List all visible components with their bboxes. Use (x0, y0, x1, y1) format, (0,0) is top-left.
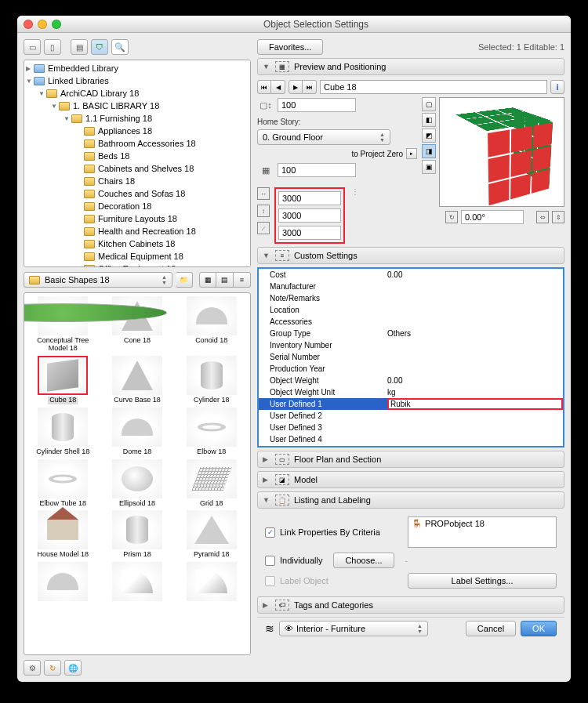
settings-row[interactable]: Serial Number (259, 351, 563, 363)
tree-item[interactable]: Health and Recreation 18 (24, 225, 250, 237)
section-floor[interactable]: ▶▭ Floor Plan and Section (257, 451, 564, 468)
info-button[interactable]: i (550, 80, 564, 94)
settings-row[interactable]: Accessories (259, 316, 563, 328)
custom-settings-table[interactable]: Cost0.00ManufacturerNote/RemarksLocation… (257, 267, 564, 448)
tree-item[interactable]: Bathroom Accessories 18 (24, 137, 250, 150)
nav-first[interactable]: ⏮ (257, 80, 271, 94)
folder-up-button[interactable]: 📁 (176, 272, 193, 288)
angle-input[interactable]: 0.00° (461, 210, 524, 224)
section-custom[interactable]: ▼≡ Custom Settings (257, 247, 564, 264)
shape-thumb[interactable]: Cylinder 18 (176, 356, 247, 404)
shape-thumb[interactable]: Grid 18 (176, 459, 247, 508)
shape-thumb[interactable]: Elbow 18 (176, 408, 247, 456)
shape-thumb[interactable]: Cube 18 (27, 356, 99, 404)
tree-item[interactable]: Furniture Layouts 18 (24, 212, 250, 225)
layer-select[interactable]: 👁 Interior - Furniture ▲▼ (279, 621, 428, 636)
settings-row[interactable]: Location (259, 304, 563, 316)
tree-item[interactable]: Medical Equipment 18 (24, 250, 250, 263)
settings-row[interactable]: Group TypeOthers (259, 328, 563, 339)
tree-furnishing[interactable]: 1.1 Furnishing 18 (85, 114, 152, 123)
home-story-select[interactable]: 0. Ground Floor▲▼ (257, 129, 390, 145)
tree-item[interactable]: Appliances 18 (24, 125, 250, 137)
ok-button[interactable]: OK (521, 621, 557, 636)
shape-thumb[interactable] (27, 562, 99, 603)
layout-toggle-1[interactable]: ▭ (24, 39, 41, 55)
shape-thumb[interactable]: Pyramid 18 (176, 510, 247, 559)
mirror-y-icon[interactable]: ⇕ (552, 211, 564, 223)
reload-button[interactable]: ↻ (44, 660, 61, 676)
shape-thumb[interactable]: House Model 18 (27, 510, 99, 559)
shape-thumb[interactable]: Conoid 18 (176, 296, 247, 353)
link-properties-checkbox[interactable]: ✓ (265, 527, 275, 538)
pmode-5[interactable]: ▣ (422, 160, 436, 174)
library-browser-button[interactable]: ▤ (71, 39, 88, 55)
shape-thumb[interactable]: Dome 18 (102, 408, 173, 456)
section-model[interactable]: ▶◪ Model (257, 471, 564, 488)
nav-prev[interactable]: ◀ (271, 80, 285, 94)
tree-embedded[interactable]: Embedded Library (48, 63, 118, 73)
tree-item[interactable]: Cabinets and Shelves 18 (24, 162, 250, 175)
tree-item[interactable]: Chairs 18 (24, 175, 250, 187)
pmode-4[interactable]: ◨ (422, 144, 436, 158)
mirror-x-icon[interactable]: ⇔ (536, 211, 549, 223)
dim-x-input[interactable]: 3000 (278, 191, 341, 205)
settings-row[interactable]: Object Weight Unitkg (259, 386, 563, 398)
view-list[interactable]: ≡ (234, 272, 251, 288)
shape-thumb[interactable]: Prism 18 (102, 510, 173, 559)
settings-row[interactable]: User Defined 2 (259, 410, 563, 422)
tree-item[interactable]: Beds 18 (24, 150, 250, 162)
window-close-button[interactable] (24, 20, 33, 29)
view-small-icons[interactable]: ▤ (216, 272, 234, 288)
tree-item[interactable]: Decoration 18 (24, 200, 250, 212)
dim-y-input[interactable]: 3000 (278, 208, 341, 223)
section-preview[interactable]: ▼▦ Preview and Positioning (257, 58, 564, 75)
pmode-3[interactable]: ◩ (422, 129, 436, 143)
settings-row[interactable]: User Defined 3 (259, 422, 563, 433)
tree-item[interactable]: Kitchen Cabinets 18 (24, 237, 250, 250)
individually-checkbox[interactable] (265, 556, 275, 566)
label-settings-button[interactable]: Label Settings... (408, 573, 557, 589)
settings-row[interactable]: Production Year (259, 363, 563, 375)
tree-linked[interactable]: Linked Libraries (48, 76, 109, 85)
shape-thumb[interactable]: Conceptual Tree Model 18 (27, 296, 99, 353)
shape-thumb[interactable]: Ellipsoid 18 (102, 459, 173, 508)
shape-thumb[interactable]: Cylinder Shell 18 (27, 408, 99, 456)
shape-thumb[interactable]: Elbow Tube 18 (27, 459, 99, 508)
library-manager-button[interactable]: ⚙ (24, 660, 41, 676)
settings-row[interactable]: Note/Remarks (259, 292, 563, 304)
window-minimize-button[interactable] (38, 20, 47, 29)
shape-thumb[interactable] (176, 562, 247, 603)
tree-item[interactable]: Couches and Sofas 18 (24, 187, 250, 200)
library-tree[interactable]: ▶Embedded Library ▼Linked Libraries ▼Arc… (24, 60, 251, 267)
object-name-field[interactable]: Cube 18 (320, 80, 547, 94)
tree-archicad[interactable]: ArchiCAD Library 18 (60, 89, 139, 98)
settings-row[interactable]: Manufacturer (259, 281, 563, 292)
settings-row[interactable]: Cost0.00 (259, 269, 563, 281)
folder-select[interactable]: Basic Shapes 18 ▲▼ (24, 272, 172, 288)
chain-icon[interactable]: ⋮ (350, 187, 361, 196)
project-zero-dd[interactable]: ▸ (406, 148, 417, 159)
offset-input[interactable]: 100 (278, 163, 356, 177)
cancel-button[interactable]: Cancel (466, 621, 516, 636)
shape-thumb[interactable] (102, 562, 173, 603)
search-icon[interactable]: 🔍 (111, 39, 129, 55)
shape-thumb[interactable]: Curve Base 18 (102, 356, 173, 404)
pmode-1[interactable]: ▢ (422, 97, 436, 111)
label-object-checkbox[interactable] (265, 576, 275, 586)
layout-toggle-2[interactable]: ▯ (44, 39, 61, 55)
settings-row[interactable]: User Defined 1Rubik (259, 398, 563, 410)
section-listing[interactable]: ▼📋 Listing and Labeling (257, 491, 564, 509)
web-button[interactable]: 🌐 (64, 660, 82, 676)
tree-basic[interactable]: 1. BASIC LIBRARY 18 (73, 101, 159, 111)
settings-row[interactable]: User Defined 5 (259, 445, 563, 448)
view-large-icons[interactable]: ▦ (199, 272, 216, 288)
tree-item[interactable]: Office Equipment 18 (24, 263, 250, 267)
section-tags[interactable]: ▶🏷 Tags and Categories (257, 596, 564, 614)
settings-row[interactable]: User Defined 4 (259, 433, 563, 445)
dim-z-input[interactable]: 3000 (278, 226, 341, 240)
pmode-2[interactable]: ◧ (422, 113, 436, 127)
window-zoom-button[interactable] (52, 20, 61, 29)
nav-next[interactable]: ▶ (289, 80, 303, 94)
library-filter-button[interactable]: ⛉ (91, 39, 108, 55)
elevation-input[interactable]: 100 (278, 98, 356, 112)
